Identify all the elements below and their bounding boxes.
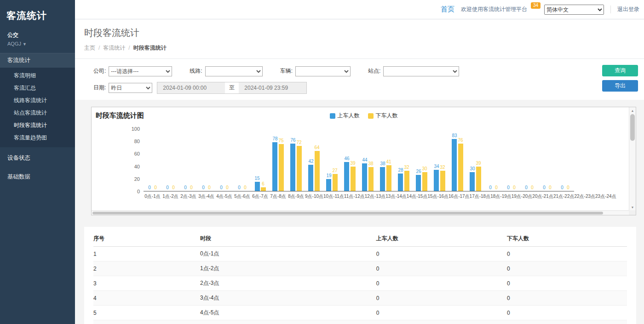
bar[interactable]: 32 (440, 165, 445, 191)
x-axis-label: 14点-15点 (407, 193, 428, 200)
breadcrumb-item[interactable]: 主页 (84, 45, 95, 51)
sidebar-subitem-站点客流统计[interactable]: 站点客流统计 (0, 107, 75, 119)
bar-value-label: 0 (543, 185, 546, 191)
notification-badge[interactable]: 34 (531, 2, 540, 9)
bar[interactable]: 0 (147, 185, 152, 191)
bar-fill (380, 167, 385, 191)
bar[interactable]: 0 (225, 185, 230, 191)
bar[interactable]: 30 (422, 166, 427, 191)
bar-group: 00 (215, 185, 233, 191)
bar[interactable]: 0 (165, 185, 170, 191)
sidebar-subitem-客流明细[interactable]: 客流明细 (0, 69, 75, 82)
bar[interactable]: 6 (261, 181, 266, 191)
sidebar-subitem-时段客流统计[interactable]: 时段客流统计 (0, 119, 75, 132)
date-start-input[interactable] (157, 82, 225, 94)
bar[interactable]: 30 (470, 166, 475, 191)
bar[interactable]: 41 (386, 159, 391, 191)
bar[interactable]: 0 (153, 185, 158, 191)
sidebar-subitem-线路客流统计[interactable]: 线路客流统计 (0, 94, 75, 107)
bar-plot: 0000000000001567875767242641927463944383… (144, 129, 574, 191)
sidebar-item-基础数据[interactable]: 基础数据 (0, 169, 75, 185)
vehicle-select[interactable] (295, 66, 351, 76)
sidebar-item-设备状态[interactable]: 设备状态 (0, 150, 75, 166)
scroll-down-icon[interactable]: ▼ (629, 204, 636, 210)
bar[interactable]: 0 (219, 185, 224, 191)
bar[interactable]: 39 (476, 161, 481, 191)
company-select[interactable]: ---请选择--- (109, 66, 172, 76)
query-button[interactable]: 查询 (602, 65, 638, 76)
bar[interactable]: 0 (207, 185, 212, 191)
bar[interactable]: 64 (315, 145, 320, 191)
bar-fill (315, 151, 320, 191)
bar[interactable]: 76 (290, 138, 295, 191)
org-label: 公交 (0, 26, 75, 40)
bar-group: 00 (502, 185, 520, 191)
bar[interactable]: 0 (183, 185, 188, 191)
home-link[interactable]: 首页 (441, 5, 454, 14)
bar[interactable]: 0 (189, 185, 194, 191)
bar[interactable]: 0 (542, 185, 547, 191)
breadcrumb-item[interactable]: 客流统计 (103, 45, 125, 51)
bar[interactable]: 76 (458, 138, 463, 191)
vertical-scrollbar[interactable]: ▲ ▼ (629, 107, 636, 210)
bar[interactable]: 34 (434, 164, 439, 191)
horizontal-scrollbar[interactable] (92, 210, 629, 215)
bar[interactable]: 26 (416, 169, 421, 191)
bar-fill (386, 165, 391, 191)
bar[interactable]: 0 (512, 185, 517, 191)
company-label: 公司: (93, 67, 106, 75)
bar[interactable]: 38 (368, 161, 374, 191)
language-select[interactable]: 简体中文 (544, 5, 604, 15)
bar-value-label: 26 (416, 169, 421, 174)
sidebar-subitem-客流量趋势图[interactable]: 客流量趋势图 (0, 132, 75, 144)
bar[interactable]: 83 (452, 133, 457, 191)
y-axis-tick: 20 (134, 176, 140, 182)
logout-link[interactable]: 退出登录 (610, 6, 639, 13)
bar[interactable]: 0 (560, 185, 565, 191)
bar[interactable]: 0 (237, 185, 242, 191)
table-cell: 2 (93, 261, 200, 276)
bar[interactable]: 0 (488, 185, 493, 191)
bar-group: 00 (538, 185, 556, 191)
bar[interactable]: 39 (351, 161, 356, 191)
bar[interactable]: 38 (380, 161, 385, 191)
bar[interactable]: 0 (171, 185, 176, 191)
date-end-input[interactable] (239, 82, 307, 94)
bar[interactable]: 42 (308, 159, 313, 191)
filter-row-2: 日期: 昨日 至 (93, 82, 638, 93)
station-select[interactable] (383, 66, 459, 76)
bar[interactable]: 46 (344, 156, 349, 191)
bar[interactable]: 0 (506, 185, 511, 191)
sidebar-item-客流统计[interactable]: 客流统计 (0, 53, 75, 68)
chart-plot-area: 020406080100 000000000000156787576724264… (96, 129, 622, 191)
bar[interactable]: 28 (398, 168, 403, 191)
vertical-scroll-thumb[interactable] (630, 114, 635, 141)
bar[interactable]: 0 (548, 185, 553, 191)
bar[interactable]: 0 (566, 185, 571, 191)
date-preset-select[interactable]: 昨日 (109, 83, 152, 93)
bar[interactable]: 0 (243, 185, 248, 191)
bar-value-label: 0 (190, 185, 193, 191)
legend-item[interactable]: 下车人数 (368, 112, 398, 120)
bar[interactable]: 0 (530, 185, 535, 191)
bar[interactable]: 44 (362, 157, 367, 191)
line-select[interactable] (205, 66, 263, 76)
org-selector[interactable]: AQGJ▼ (0, 40, 75, 53)
bar[interactable]: 0 (524, 185, 529, 191)
bar-fill (398, 174, 403, 191)
bar[interactable]: 72 (297, 140, 302, 191)
scroll-up-icon[interactable]: ▲ (629, 107, 636, 114)
horizontal-scroll-thumb[interactable] (92, 212, 603, 214)
bar[interactable]: 19 (326, 173, 331, 191)
legend-item[interactable]: 上车人数 (330, 112, 360, 120)
bar[interactable]: 15 (254, 176, 259, 191)
bar[interactable]: 0 (494, 185, 499, 191)
bar[interactable]: 75 (279, 138, 284, 191)
bar[interactable]: 0 (201, 185, 206, 191)
export-button[interactable]: 导出 (602, 80, 638, 92)
bar[interactable]: 32 (404, 165, 409, 191)
bar[interactable]: 27 (333, 168, 338, 191)
sidebar-subitem-客流汇总[interactable]: 客流汇总 (0, 82, 75, 94)
bar[interactable]: 78 (272, 136, 277, 191)
table-row: 32点-3点00 (93, 276, 627, 291)
